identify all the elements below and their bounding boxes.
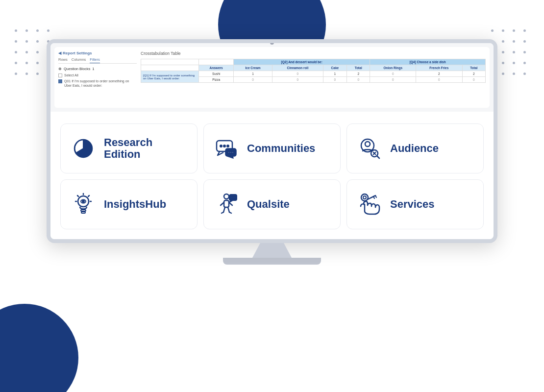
monitor-stand [252, 243, 292, 258]
report-sidebar: ◀ Report Settings Rows Columns Filters ⊕… [58, 51, 137, 104]
chat-bubble-icon [214, 136, 239, 161]
person-chat-icon [214, 192, 239, 217]
svg-line-22 [77, 196, 78, 196]
product-card-insightshub[interactable]: InsightsHub [60, 179, 198, 229]
table-row: [Q1] If I'm supposed to order something … [141, 71, 486, 77]
svg-point-36 [234, 197, 235, 198]
svg-point-35 [232, 197, 233, 198]
checkbox-select-all-box[interactable] [58, 74, 62, 77]
svg-line-31 [222, 212, 223, 213]
monitor-screen: ◀ Report Settings Rows Columns Filters ⊕… [47, 39, 497, 243]
monitor-base [223, 258, 321, 265]
products-section: ResearchEdition [50, 112, 494, 239]
svg-line-12 [377, 156, 379, 158]
crosstab-table: [Q2] And dessert would be: [Q4] Choose a… [141, 59, 486, 83]
svg-line-29 [223, 207, 225, 212]
svg-point-38 [363, 196, 366, 199]
checkbox-q01-box[interactable] [58, 79, 62, 83]
svg-rect-16 [81, 210, 86, 211]
tab-filters[interactable]: Filters [90, 57, 99, 63]
col-group-1: [Q2] And dessert would be: [234, 59, 370, 65]
checkbox-select-all[interactable]: Select All [58, 73, 137, 77]
monitor-camera [270, 41, 274, 45]
monitor: ◀ Report Settings Rows Columns Filters ⊕… [47, 39, 497, 265]
svg-line-21 [88, 196, 89, 196]
svg-point-34 [231, 197, 232, 198]
product-card-communities[interactable]: Communities [203, 123, 341, 173]
report-sidebar-title: ◀ Report Settings [58, 51, 137, 55]
svg-point-37 [361, 194, 368, 201]
report-tabs: Rows Columns Filters [58, 57, 137, 64]
svg-line-32 [229, 212, 231, 213]
lightbulb-icon [71, 192, 96, 217]
svg-point-4 [227, 145, 229, 147]
product-name-insightshub: InsightsHub [104, 198, 166, 210]
product-card-audience[interactable]: Audience [346, 123, 484, 173]
product-card-services[interactable]: Services [346, 179, 484, 229]
svg-point-7 [230, 152, 232, 153]
pie-chart-icon [71, 136, 96, 161]
tab-rows[interactable]: Rows [58, 57, 68, 62]
product-name-communities: Communities [247, 143, 315, 154]
svg-line-41 [375, 196, 376, 197]
svg-line-40 [373, 196, 374, 198]
bg-circle-bottom-left [0, 304, 78, 392]
product-card-research-edition[interactable]: ResearchEdition [60, 123, 198, 173]
product-name-qualsite: Qualsite [247, 198, 290, 210]
svg-point-10 [365, 142, 370, 147]
hand-key-icon [357, 192, 382, 217]
svg-point-24 [82, 200, 84, 202]
report-main: Crosstabulation Table [Q2] And dessert w… [141, 51, 486, 104]
svg-rect-17 [81, 212, 85, 213]
report-main-title: Crosstabulation Table [141, 51, 486, 56]
report-window: ◀ Report Settings Rows Columns Filters ⊕… [50, 43, 494, 112]
svg-point-2 [220, 145, 222, 147]
products-grid: ResearchEdition [60, 123, 484, 229]
svg-point-25 [224, 194, 229, 199]
user-search-icon [357, 136, 382, 161]
svg-point-3 [223, 145, 225, 147]
product-name-services: Services [390, 198, 435, 210]
report-section-title: ⊕ Question Blocks 1 [58, 67, 137, 71]
product-name-research-edition: ResearchEdition [104, 137, 152, 160]
product-card-qualsite[interactable]: Qualsite [203, 179, 341, 229]
col-group-2: [Q4] Choose a side dish [370, 59, 486, 65]
checkbox-q01[interactable]: Q01 If I'm supposed to order something o… [58, 79, 137, 88]
svg-point-8 [232, 152, 234, 153]
svg-rect-26 [224, 200, 229, 207]
svg-line-30 [228, 207, 229, 212]
svg-point-6 [228, 152, 230, 153]
tab-columns[interactable]: Columns [72, 57, 86, 62]
product-name-audience: Audience [390, 143, 439, 154]
